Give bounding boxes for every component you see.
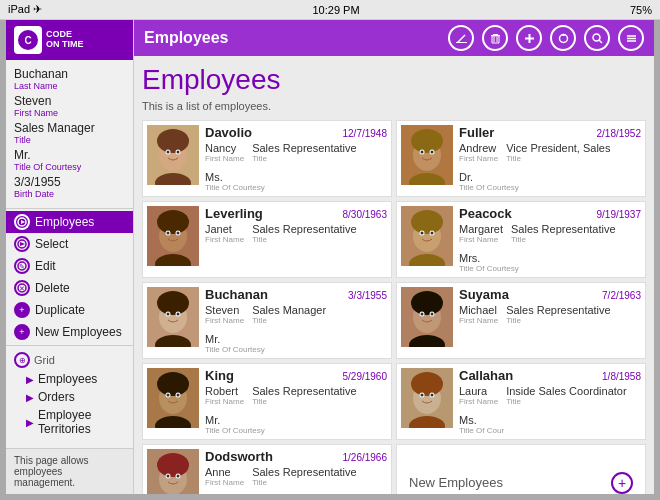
grid-label: Grid — [34, 354, 55, 366]
employee-photo — [147, 125, 199, 185]
add-toolbar-button[interactable] — [516, 25, 542, 51]
svg-point-93 — [421, 394, 424, 397]
employee-photo — [401, 125, 453, 185]
employee-grid: Davolio 12/7/1948 Nancy First Name Sales… — [142, 120, 646, 494]
title-label: Title — [506, 397, 626, 406]
employee-title: Inside Sales Coordinator — [506, 385, 626, 397]
svg-rect-15 — [493, 34, 498, 35]
svg-point-30 — [167, 151, 170, 154]
employee-date: 12/7/1948 — [343, 128, 388, 139]
svg-point-72 — [411, 291, 443, 315]
employee-firstname-group: Andrew First Name — [459, 142, 498, 163]
svg-line-21 — [599, 40, 602, 43]
sidebar-item-duplicate[interactable]: + Duplicate — [6, 299, 133, 321]
refresh-toolbar-button[interactable] — [550, 25, 576, 51]
employee-date: 1/8/1958 — [602, 371, 641, 382]
employee-courtesy: Mrs. — [459, 252, 519, 264]
sidebar-item-select[interactable]: Select — [6, 233, 133, 255]
sidebar-link-territories[interactable]: ▶ Employee Territories — [6, 406, 133, 438]
employee-lastname: Suyama — [459, 287, 509, 302]
battery-label: 75% — [630, 4, 652, 16]
grid-section-label: ⊕ Grid — [6, 348, 133, 370]
employee-title: Sales Representative — [506, 304, 611, 316]
sidebar-field-title: Sales Manager Title — [14, 121, 125, 145]
svg-point-94 — [431, 394, 434, 397]
duplicate-nav-label: Duplicate — [35, 303, 85, 317]
employee-firstname: Janet — [205, 223, 244, 235]
arrow-icon-employees: ▶ — [26, 374, 34, 385]
edit-nav-label: Edit — [35, 259, 56, 273]
employee-title: Sales Representative — [252, 385, 357, 397]
employee-firstname: Andrew — [459, 142, 498, 154]
sidebar-item-delete[interactable]: ✕ Delete — [6, 277, 133, 299]
sidebar-link-orders[interactable]: ▶ Orders — [6, 388, 133, 406]
title-label: Title — [506, 316, 611, 325]
status-time: 10:29 PM — [312, 4, 359, 16]
svg-point-40 — [431, 151, 434, 154]
employee-card-davolio[interactable]: Davolio 12/7/1948 Nancy First Name Sales… — [142, 120, 392, 197]
employee-date: 8/30/1963 — [343, 209, 388, 220]
svg-point-75 — [421, 313, 424, 316]
employee-card-leverling[interactable]: Leverling 8/30/1963 Janet First Name Sal… — [142, 201, 392, 278]
employee-title-group: Vice President, Sales Title — [506, 142, 610, 163]
svg-text:+: + — [19, 305, 24, 315]
employee-card-king[interactable]: King 5/29/1960 Robert First Name Sales R… — [142, 363, 392, 440]
sidebar-fields: Buchanan Last Name Steven First Name Sal… — [6, 60, 133, 206]
title-label: Title — [506, 154, 610, 163]
svg-point-20 — [593, 34, 600, 41]
new-employees-add-icon[interactable]: + — [611, 472, 633, 494]
employee-card-dodsworth[interactable]: Dodsworth 1/26/1966 Anne First Name Sale… — [142, 444, 392, 494]
employee-card-callahan[interactable]: Callahan 1/8/1958 Laura First Name Insid… — [396, 363, 646, 440]
employee-card-suyama[interactable]: Suyama 7/2/1963 Michael First Name Sales… — [396, 282, 646, 359]
sidebar-link-employees[interactable]: ▶ Employees — [6, 370, 133, 388]
arrow-icon-orders: ▶ — [26, 392, 34, 403]
employee-photo — [147, 287, 199, 347]
svg-rect-14 — [456, 42, 467, 43]
employee-courtesy: Ms. — [205, 171, 265, 183]
employee-card-buchanan[interactable]: Buchanan 3/3/1955 Steven First Name Sale… — [142, 282, 392, 359]
edit-toolbar-button[interactable] — [448, 25, 474, 51]
content-area: Employees — [134, 20, 654, 494]
search-toolbar-button[interactable] — [584, 25, 610, 51]
employee-lastname: Davolio — [205, 125, 252, 140]
employee-photo — [147, 206, 199, 266]
employee-info: Dodsworth 1/26/1966 Anne First Name Sale… — [205, 449, 387, 494]
svg-point-81 — [157, 372, 189, 396]
sidebar-item-edit[interactable]: ✎ Edit — [6, 255, 133, 277]
svg-point-54 — [411, 210, 443, 234]
sidebar-item-new-employees[interactable]: + New Employees — [6, 321, 133, 343]
select-nav-icon — [14, 236, 30, 252]
delete-nav-icon: ✕ — [14, 280, 30, 296]
sidebar-field-courtesy: Mr. Title Of Courtesy — [14, 148, 125, 172]
svg-text:+: + — [19, 327, 24, 337]
employee-lastname: Peacock — [459, 206, 512, 221]
employee-date: 2/18/1952 — [597, 128, 642, 139]
courtesy-label: Title Of Courtesy — [459, 183, 519, 192]
employees-nav-icon — [14, 214, 30, 230]
menu-toolbar-button[interactable] — [618, 25, 644, 51]
svg-point-31 — [177, 151, 180, 154]
svg-point-58 — [431, 232, 434, 235]
employee-card-fuller[interactable]: Fuller 2/18/1952 Andrew First Name Vice … — [396, 120, 646, 197]
employee-photo — [401, 368, 453, 428]
sidebar-item-employees-active[interactable]: Employees — [6, 211, 133, 233]
svg-point-102 — [167, 475, 170, 478]
title-label: Title — [511, 235, 616, 244]
employee-info: Fuller 2/18/1952 Andrew First Name Vice … — [459, 125, 641, 192]
new-employees-nav-label: New Employees — [35, 325, 122, 339]
employee-courtesy: Mr. — [205, 414, 265, 426]
delete-toolbar-button[interactable] — [482, 25, 508, 51]
new-employees-card[interactable]: New Employees + — [396, 444, 646, 494]
title-label: Title — [252, 478, 357, 487]
employee-card-peacock[interactable]: Peacock 9/19/1937 Margaret First Name Sa… — [396, 201, 646, 278]
employee-title: Sales Representative — [252, 466, 357, 478]
status-bar: iPad ✈ 10:29 PM 75% — [0, 0, 660, 20]
logo-icon: C — [14, 26, 42, 54]
title-label: Title — [252, 397, 357, 406]
employee-courtesy: Dr. — [459, 171, 519, 183]
employee-firstname-group: Steven First Name — [205, 304, 244, 325]
sidebar: C CODE ON TIME Buchanan Last Name Steven… — [6, 20, 134, 494]
content-toolbar: Employees — [134, 20, 654, 56]
svg-point-103 — [177, 475, 180, 478]
svg-point-49 — [177, 232, 180, 235]
